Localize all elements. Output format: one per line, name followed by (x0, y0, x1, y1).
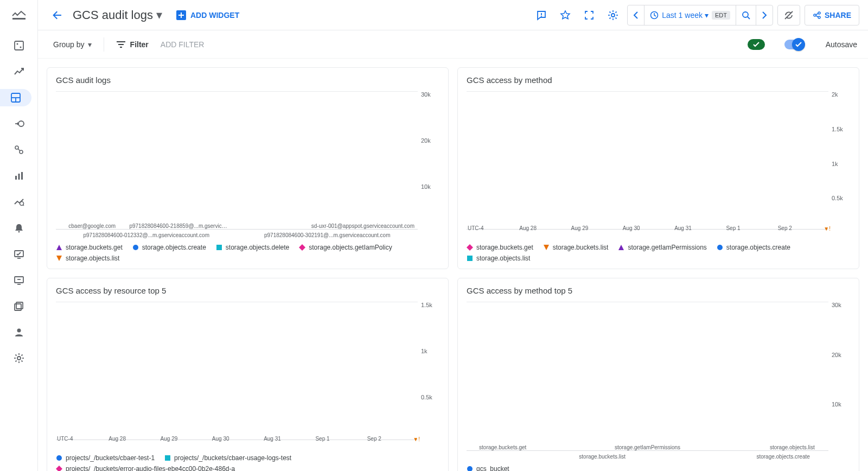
time-range-select[interactable]: Last 1 week ▾ EDT (644, 5, 736, 25)
nav-uptime[interactable] (7, 245, 31, 263)
legend-marker-icon (467, 466, 473, 471)
chart-plot[interactable]: △ cbaer@google.com p971828084600-218859@… (56, 89, 418, 240)
saved-status-icon (748, 39, 765, 50)
add-widget-button[interactable]: ADD WIDGET (176, 10, 239, 20)
nav-groups[interactable] (7, 297, 31, 315)
svg-rect-22 (16, 302, 23, 309)
fullscreen-icon[interactable] (579, 5, 599, 25)
star-icon[interactable] (556, 5, 575, 25)
svg-marker-65 (618, 245, 624, 250)
time-prev-button[interactable] (628, 5, 644, 25)
chart-plot[interactable]: ▼! UTC-4Aug 28Aug 29Aug 30Aug 31Sep 1Sep… (56, 300, 418, 451)
y-tick: 10k (421, 183, 431, 190)
chart-title: GCS access by resource top 5 (56, 286, 439, 295)
chart-title: GCS access by method top 5 (467, 286, 850, 295)
legend-marker-icon (717, 244, 723, 251)
nav-dashboards[interactable] (0, 89, 31, 106)
autosave-toggle[interactable] (784, 40, 804, 49)
legend-marker-icon (467, 244, 473, 251)
legend: projects/_/buckets/cbaer-test-1projects/… (56, 454, 439, 471)
legend: storage.buckets.getstorage.objects.creat… (56, 244, 439, 262)
svg-line-33 (21, 355, 22, 356)
legend-item[interactable]: storage.buckets.list (543, 244, 609, 251)
auto-refresh-off-icon[interactable] (777, 5, 800, 26)
svg-point-36 (541, 16, 542, 17)
legend-item[interactable]: storage.objects.getIamPolicy (299, 244, 392, 251)
zoom-icon[interactable] (736, 5, 756, 25)
legend-item[interactable]: gcs_bucket (467, 465, 509, 471)
legend-item[interactable]: storage.buckets.get (56, 244, 123, 251)
legend-label: storage.buckets.get (66, 244, 123, 251)
legend-item[interactable]: storage.objects.delete (216, 244, 289, 251)
y-axis: 1.5k1k0.5k (418, 300, 439, 451)
svg-rect-13 (21, 172, 23, 180)
nav-settings[interactable] (7, 349, 31, 367)
nav-synthetic[interactable] (7, 271, 31, 289)
svg-line-32 (15, 361, 16, 362)
nav-overview[interactable] (7, 37, 31, 54)
time-range-group: Last 1 week ▾ EDT (627, 5, 773, 26)
chart-card-gcs_access_by_method: GCS access by method ▼! UTC-4Aug 28Aug 2… (457, 67, 859, 269)
group-by-dropdown[interactable]: Group by ▾ (49, 37, 96, 52)
svg-rect-69 (165, 455, 170, 461)
legend-label: storage.objects.create (142, 244, 206, 251)
back-button[interactable] (47, 4, 68, 26)
svg-line-44 (610, 17, 611, 18)
legend-marker-icon (216, 244, 222, 251)
legend-item[interactable]: projects/_/buckets/cbaer-usage-logs-test (164, 454, 291, 462)
nav-user[interactable] (7, 323, 31, 341)
svg-point-71 (467, 466, 473, 471)
y-tick: 0.5k (832, 195, 843, 201)
svg-point-16 (18, 231, 20, 233)
svg-point-37 (611, 14, 615, 17)
svg-point-68 (56, 455, 62, 461)
legend-item[interactable]: storage.buckets.get (467, 244, 533, 251)
y-tick: 1k (421, 348, 427, 354)
legend-item[interactable]: storage.objects.create (717, 244, 790, 251)
legend-item[interactable]: storage.objects.list (56, 254, 119, 262)
add-filter-button[interactable]: ADD FILTER (161, 40, 205, 49)
y-tick: 1.5k (832, 126, 843, 132)
legend: gcs_bucket (467, 465, 850, 471)
y-tick: 10k (832, 401, 841, 408)
svg-point-14 (20, 202, 23, 206)
legend-item[interactable]: storage.objects.list (467, 254, 530, 262)
nav-slo[interactable] (7, 141, 31, 158)
legend-marker-icon (56, 255, 62, 262)
filter-button[interactable]: Filter (112, 37, 153, 52)
legend-marker-icon (543, 244, 550, 251)
group-by-label: Group by (53, 40, 85, 49)
y-tick: 0.5k (421, 394, 432, 400)
y-tick: 30k (832, 302, 841, 308)
nav-explore[interactable] (7, 193, 31, 211)
svg-point-25 (17, 357, 21, 360)
time-next-button[interactable] (756, 5, 773, 25)
svg-point-2 (16, 43, 18, 45)
legend-item[interactable]: projects/_/buckets/error-audio-files-ebe… (56, 465, 235, 471)
chart-card-gcs_access_by_method_top5: GCS access by method top 5 storage.bucke… (457, 278, 859, 471)
feedback-icon[interactable] (532, 5, 551, 25)
svg-line-53 (816, 14, 818, 15)
share-button[interactable]: SHARE (805, 5, 859, 26)
svg-line-30 (15, 355, 16, 356)
legend-item[interactable]: storage.objects.create (132, 244, 206, 251)
legend-marker-icon (132, 244, 139, 251)
title-dropdown-icon[interactable]: ▾ (156, 8, 162, 22)
nav-alerts[interactable] (7, 219, 31, 237)
legend-item[interactable]: storage.getIamPermissions (618, 244, 706, 251)
nav-services[interactable] (7, 115, 31, 132)
dashboard-title[interactable]: GCS audit logs (73, 8, 153, 22)
gear-icon[interactable] (603, 5, 623, 25)
svg-rect-23 (15, 304, 21, 310)
svg-line-31 (21, 361, 22, 362)
svg-point-66 (717, 245, 723, 250)
y-tick: 20k (421, 137, 431, 144)
chart-plot[interactable]: storage.buckets.get storage.getIamPermis… (467, 300, 828, 462)
legend-item[interactable]: projects/_/buckets/cbaer-test-1 (56, 454, 155, 462)
timezone-chip[interactable]: EDT (712, 11, 730, 20)
nav-metrics[interactable] (7, 63, 31, 80)
time-range-label: Last 1 week (662, 11, 703, 20)
nav-bar-chart[interactable] (7, 167, 31, 184)
chart-card-gcs_access_by_resource_top5: GCS access by resource top 5 ▼! UTC-4Aug… (47, 278, 449, 471)
chart-plot[interactable]: ▼! UTC-4Aug 28Aug 29Aug 30Aug 31Sep 1Sep… (467, 89, 828, 240)
